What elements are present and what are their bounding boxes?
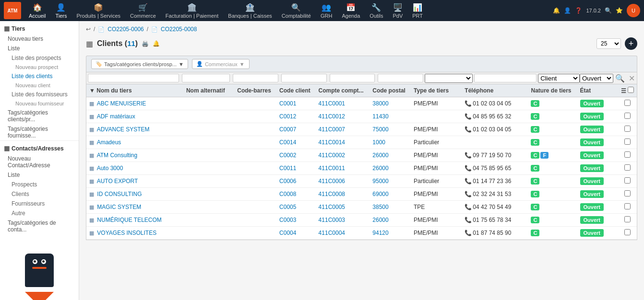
col-header-tel[interactable]: Téléphone bbox=[462, 84, 528, 97]
client-compte-link[interactable]: 411C0007 bbox=[319, 126, 345, 133]
sidebar-prospects[interactable]: Prospects bbox=[0, 180, 79, 189]
client-code-link[interactable]: C0007 bbox=[279, 126, 296, 133]
client-postal-link[interactable]: 38000 bbox=[372, 100, 388, 107]
phone-link[interactable]: 01 75 65 78 34 bbox=[473, 217, 511, 223]
select-all-checkbox[interactable] bbox=[628, 87, 634, 93]
phone-link[interactable]: 04 42 70 54 49 bbox=[473, 204, 511, 210]
search-button[interactable]: 🔍 bbox=[613, 73, 627, 84]
nav-commerce[interactable]: 🛒 Commerce bbox=[125, 1, 161, 21]
client-code-link[interactable]: C0006 bbox=[279, 178, 296, 185]
add-client-button[interactable]: + bbox=[625, 37, 637, 50]
phone-link[interactable]: 04 75 85 95 65 bbox=[473, 165, 511, 172]
col-header-check[interactable]: ☰ bbox=[618, 84, 637, 97]
user-avatar[interactable]: U bbox=[627, 4, 640, 17]
nav-produits[interactable]: 📦 Produits | Services bbox=[72, 1, 126, 21]
sidebar-nouveau-client[interactable]: Nouveau client bbox=[0, 81, 79, 90]
row-checkbox[interactable] bbox=[624, 229, 631, 235]
col-header-compte[interactable]: Compte compt... bbox=[316, 84, 370, 97]
client-compte-link[interactable]: 411C0003 bbox=[319, 217, 345, 223]
client-code-link[interactable]: C0014 bbox=[279, 139, 296, 146]
client-postal-link[interactable]: 75000 bbox=[372, 126, 388, 133]
filter-compte-input[interactable] bbox=[330, 74, 375, 82]
client-compte-link[interactable]: 411C0008 bbox=[319, 191, 345, 197]
filter-alt-input[interactable] bbox=[182, 74, 230, 82]
client-name-link[interactable]: ABC MENUISERIE bbox=[97, 100, 146, 107]
nav-comptabilite[interactable]: 🔍 Comptabilité bbox=[277, 1, 316, 21]
client-postal-link[interactable]: 38500 bbox=[372, 204, 388, 210]
sidebar-tags-clients[interactable]: Tags/catégories clients/pr... bbox=[0, 108, 79, 124]
client-name-link[interactable]: MAGIC SYSTEM bbox=[97, 204, 141, 210]
client-compte-link[interactable]: 411C0012 bbox=[319, 113, 345, 120]
client-name-link[interactable]: NUMÉRIQUE TELECOM bbox=[97, 217, 161, 223]
filter-etat-select[interactable]: Ouvert Fermé Tous bbox=[580, 74, 613, 83]
phone-link[interactable]: 01 87 74 85 90 bbox=[473, 230, 511, 236]
sidebar-liste-clients[interactable]: Liste des clients bbox=[0, 71, 79, 81]
phone-link[interactable]: 01 02 03 04 05 bbox=[473, 126, 511, 133]
client-postal-link[interactable]: 26000 bbox=[372, 217, 388, 223]
breadcrumb-link1[interactable]: CO2205-0006 bbox=[107, 26, 143, 33]
undo-icon[interactable]: ↩ bbox=[86, 26, 91, 33]
help-icon[interactable]: ❓ bbox=[575, 7, 582, 14]
tags-filter-button[interactable]: 🏷️ Tags/catégories clients/prosp... ▼ bbox=[91, 59, 188, 69]
client-code-link[interactable]: C0004 bbox=[279, 230, 296, 236]
client-name-link[interactable]: Auto 3000 bbox=[97, 165, 123, 172]
print-icon[interactable]: 🖨️ bbox=[142, 40, 149, 47]
client-code-link[interactable]: C0001 bbox=[279, 100, 296, 107]
row-checkbox[interactable] bbox=[624, 113, 631, 119]
client-compte-link[interactable]: 411C0004 bbox=[319, 230, 345, 236]
col-header-alt[interactable]: Nom alternatif bbox=[183, 84, 234, 97]
client-postal-link[interactable]: 69000 bbox=[372, 191, 388, 197]
sidebar-liste-fournisseurs[interactable]: Liste des fournisseurs bbox=[0, 90, 79, 99]
sidebar-nouveau-contact[interactable]: Nouveau Contact/Adresse bbox=[0, 154, 79, 170]
nav-agenda[interactable]: 📅 Agenda bbox=[337, 1, 365, 21]
client-name-link[interactable]: AUTO EXPORT bbox=[97, 178, 138, 185]
filter-type-select[interactable]: PME/PMI Particulier TPE bbox=[425, 74, 473, 83]
bell-icon[interactable]: 🔔 bbox=[553, 7, 560, 14]
client-compte-link[interactable]: 411C0001 bbox=[319, 100, 345, 107]
client-compte-link[interactable]: 411C0014 bbox=[319, 139, 345, 146]
search-nav-icon[interactable]: 🔍 bbox=[605, 7, 612, 14]
nav-banques[interactable]: 🏦 Banques | Caisses bbox=[223, 1, 277, 21]
client-name-link[interactable]: ID CONSULTING bbox=[97, 191, 142, 197]
row-checkbox[interactable] bbox=[624, 126, 631, 132]
row-checkbox[interactable] bbox=[624, 177, 631, 184]
sidebar-tags-fournisseurs[interactable]: Tags/catégories fournisse... bbox=[0, 124, 79, 140]
client-postal-link[interactable]: 11430 bbox=[372, 113, 388, 120]
client-name-link[interactable]: ADVANCE SYSTEM bbox=[97, 126, 150, 133]
commerciaux-filter-button[interactable]: 👤 Commerciaux ▼ bbox=[192, 59, 250, 69]
clear-filter-button[interactable]: ✕ bbox=[627, 73, 637, 84]
client-code-link[interactable]: C0011 bbox=[279, 165, 296, 172]
user-icon[interactable]: 👤 bbox=[564, 7, 571, 14]
filter-nom-input[interactable] bbox=[88, 74, 179, 82]
row-checkbox[interactable] bbox=[624, 164, 631, 171]
sidebar-clients[interactable]: Clients bbox=[0, 189, 79, 199]
client-name-link[interactable]: Amadeus bbox=[97, 139, 121, 146]
sidebar-nouveau-prospect[interactable]: Nouveau prospect bbox=[0, 63, 79, 71]
client-compte-link[interactable]: 411C0005 bbox=[319, 204, 345, 210]
sidebar-tags-contacts[interactable]: Tags/catégories de conta... bbox=[0, 218, 79, 234]
client-code-link[interactable]: C0002 bbox=[279, 152, 296, 159]
sidebar-nouveau-tiers[interactable]: Nouveau tiers bbox=[0, 34, 79, 44]
filter-code-input[interactable] bbox=[281, 74, 327, 82]
client-postal-link[interactable]: 26000 bbox=[372, 152, 388, 159]
row-checkbox[interactable] bbox=[624, 203, 631, 209]
client-postal-link[interactable]: 1000 bbox=[372, 139, 385, 146]
nav-prt[interactable]: 📊 PRT bbox=[407, 1, 428, 21]
filter-bar-input[interactable] bbox=[233, 74, 278, 82]
star-icon[interactable]: ⭐ bbox=[616, 7, 623, 14]
client-code-link[interactable]: C0005 bbox=[279, 204, 296, 210]
filter-nature-select[interactable]: Client Prospect Fournisseur bbox=[538, 74, 580, 83]
breadcrumb-link2[interactable]: CO2205-0008 bbox=[161, 26, 197, 33]
client-postal-link[interactable]: 94120 bbox=[372, 230, 388, 236]
client-code-link[interactable]: C0012 bbox=[279, 113, 296, 120]
client-name-link[interactable]: ADF matériaux bbox=[97, 113, 135, 120]
client-code-link[interactable]: C0003 bbox=[279, 217, 296, 223]
col-header-nom[interactable]: ▼ Nom du tiers bbox=[86, 84, 183, 97]
app-logo[interactable]: ATM bbox=[4, 2, 21, 19]
per-page-select[interactable]: 25 50 100 bbox=[596, 38, 621, 49]
nav-facturation[interactable]: 🏛️ Facturation | Paiement bbox=[161, 1, 223, 21]
col-header-nature[interactable]: Nature de tiers bbox=[528, 84, 577, 97]
phone-link[interactable]: 04 85 95 65 32 bbox=[473, 113, 511, 120]
bell-page-icon[interactable]: 🔔 bbox=[153, 40, 160, 47]
row-checkbox[interactable] bbox=[624, 190, 631, 196]
